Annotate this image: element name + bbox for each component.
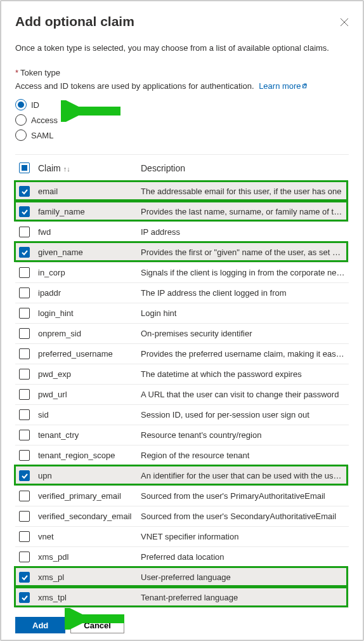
row-checkbox[interactable] xyxy=(19,186,30,197)
claim-name: upn xyxy=(34,471,141,480)
table-row[interactable]: upnAn identifier for the user that can b… xyxy=(15,466,349,486)
table-row[interactable]: vnetVNET specifier information xyxy=(15,527,349,547)
row-checkbox[interactable] xyxy=(19,389,30,400)
select-all-checkbox[interactable] xyxy=(19,162,30,173)
claim-name: login_hint xyxy=(34,308,141,318)
claim-description: On-premises security identifier xyxy=(141,329,349,338)
claim-description: Tenant-preferred language xyxy=(141,593,349,602)
claim-description: Provides the preferred username claim, m… xyxy=(141,349,349,359)
close-icon[interactable] xyxy=(340,18,349,27)
row-checkbox[interactable] xyxy=(19,369,30,380)
row-checkbox[interactable] xyxy=(19,247,30,258)
radio-id[interactable]: ID xyxy=(15,97,349,112)
table-header-row: Claim↑↓ Description xyxy=(15,155,349,182)
row-checkbox[interactable] xyxy=(19,450,30,461)
claim-description: VNET specifier information xyxy=(141,532,349,541)
radio-circle-icon xyxy=(15,129,27,141)
table-row[interactable]: verified_primary_emailSourced from the u… xyxy=(15,486,349,506)
radio-saml[interactable]: SAML xyxy=(15,128,349,143)
row-checkbox[interactable] xyxy=(19,592,30,603)
panel-description: Once a token type is selected, you may c… xyxy=(15,43,349,53)
column-header-description[interactable]: Description xyxy=(141,163,349,173)
row-checkbox[interactable] xyxy=(19,531,30,542)
row-checkbox[interactable] xyxy=(19,227,30,237)
radio-access[interactable]: Access xyxy=(15,112,349,128)
row-checkbox[interactable] xyxy=(19,491,30,501)
row-checkbox[interactable] xyxy=(19,430,30,440)
column-header-claim[interactable]: Claim↑↓ xyxy=(34,163,141,173)
radio-circle-icon xyxy=(15,114,27,126)
token-type-label: Token type xyxy=(20,68,60,77)
table-row[interactable]: in_corpSignals if the client is logging … xyxy=(15,263,349,283)
claim-name: xms_tpl xyxy=(34,593,141,602)
claim-name: tenant_region_scope xyxy=(34,451,141,460)
table-row[interactable]: emailThe addressable email for this user… xyxy=(15,182,349,202)
claim-name: preferred_username xyxy=(34,349,141,359)
table-row[interactable]: xms_tplTenant-preferred language xyxy=(15,588,349,608)
row-checkbox[interactable] xyxy=(19,552,30,562)
claim-description: The IP address the client logged in from xyxy=(141,288,349,298)
claim-description: Preferred data location xyxy=(141,552,349,562)
radio-label: Access xyxy=(31,116,58,125)
claim-description: Session ID, used for per-session user si… xyxy=(141,410,349,420)
claim-name: pwd_url xyxy=(34,390,141,399)
svg-rect-0 xyxy=(302,85,306,88)
table-row[interactable]: ipaddrThe IP address the client logged i… xyxy=(15,283,349,303)
table-row[interactable]: xms_plUser-preferred language xyxy=(15,567,349,588)
claim-description: Provides the first or "given" name of th… xyxy=(141,248,349,257)
claim-name: xms_pl xyxy=(34,572,141,582)
claims-table: Claim↑↓ Description emailThe addressable… xyxy=(15,154,349,608)
claim-name: xms_pdl xyxy=(34,552,141,562)
row-checkbox[interactable] xyxy=(19,409,30,420)
cancel-button[interactable]: Cancel xyxy=(70,617,124,633)
claim-name: onprem_sid xyxy=(34,329,141,338)
claim-description: Resource tenant's country/region xyxy=(141,430,349,440)
row-checkbox[interactable] xyxy=(19,267,30,278)
claim-name: verified_secondary_email xyxy=(34,512,141,521)
claim-name: vnet xyxy=(34,532,141,541)
row-checkbox[interactable] xyxy=(19,348,30,359)
radio-label: ID xyxy=(31,100,39,110)
claim-description: IP address xyxy=(141,227,349,237)
panel-title: Add optional claim xyxy=(15,14,134,29)
token-type-hint: Access and ID tokens are used by applica… xyxy=(15,81,349,91)
row-checkbox[interactable] xyxy=(19,308,30,319)
table-row[interactable]: preferred_usernameProvides the preferred… xyxy=(15,344,349,364)
claim-name: family_name xyxy=(34,207,141,216)
claim-name: email xyxy=(34,187,141,196)
claim-description: Sourced from the user's SecondaryAuthori… xyxy=(141,512,349,521)
table-row[interactable]: tenant_region_scopeRegion of the resourc… xyxy=(15,446,349,466)
table-row[interactable]: pwd_urlA URL that the user can visit to … xyxy=(15,385,349,405)
claim-name: ipaddr xyxy=(34,288,141,298)
table-row[interactable]: xms_pdlPreferred data location xyxy=(15,547,349,567)
table-row[interactable]: family_nameProvides the last name, surna… xyxy=(15,202,349,222)
row-checkbox[interactable] xyxy=(19,328,30,339)
learn-more-link[interactable]: Learn more xyxy=(259,81,308,91)
table-row[interactable]: fwdIP address xyxy=(15,222,349,242)
claim-description: Sourced from the user's PrimaryAuthorita… xyxy=(141,491,349,501)
row-checkbox[interactable] xyxy=(19,206,30,217)
row-checkbox[interactable] xyxy=(19,572,30,583)
claim-description: The addressable email for this user, if … xyxy=(141,187,349,196)
table-row[interactable]: verified_secondary_emailSourced from the… xyxy=(15,506,349,527)
row-checkbox[interactable] xyxy=(19,287,30,298)
table-row[interactable]: login_hintLogin hint xyxy=(15,303,349,324)
claim-description: Provides the last name, surname, or fami… xyxy=(141,207,349,216)
table-row[interactable]: pwd_expThe datetime at which the passwor… xyxy=(15,364,349,385)
required-indicator: * xyxy=(15,68,18,77)
table-row[interactable]: sidSession ID, used for per-session user… xyxy=(15,405,349,425)
claim-name: in_corp xyxy=(34,268,141,277)
claim-description: Login hint xyxy=(141,308,349,318)
row-checkbox[interactable] xyxy=(19,470,30,481)
claim-description: An identifier for the user that can be u… xyxy=(141,471,349,480)
table-row[interactable]: given_nameProvides the first or "given" … xyxy=(15,242,349,263)
claim-name: fwd xyxy=(34,227,141,237)
claim-description: Region of the resource tenant xyxy=(141,451,349,460)
claim-name: verified_primary_email xyxy=(34,491,141,501)
table-row[interactable]: onprem_sidOn-premises security identifie… xyxy=(15,324,349,344)
add-button[interactable]: Add xyxy=(15,617,65,633)
row-checkbox[interactable] xyxy=(19,511,30,522)
table-row[interactable]: tenant_ctryResource tenant's country/reg… xyxy=(15,425,349,446)
claim-name: tenant_ctry xyxy=(34,430,141,440)
claim-description: A URL that the user can visit to change … xyxy=(141,390,349,399)
